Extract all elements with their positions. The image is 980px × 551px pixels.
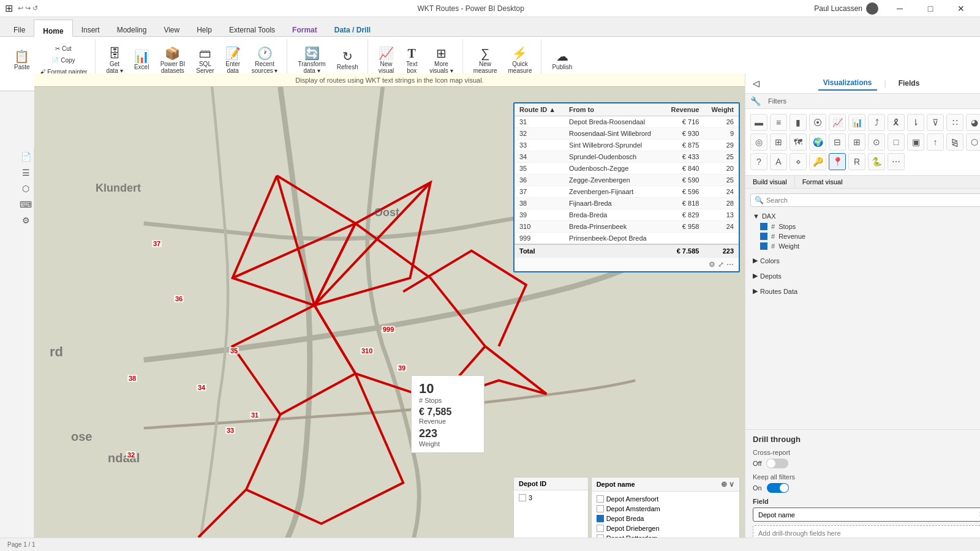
search-input[interactable] <box>764 197 980 204</box>
tab-help[interactable]: Help <box>188 19 221 36</box>
depot-amersfoort-item[interactable]: Depot Amersfoort <box>597 494 734 504</box>
transform-button[interactable]: 🔄 Transformdata ▾ <box>293 44 330 77</box>
more-visuals-button[interactable]: ⊞ Morevisuals ▾ <box>425 44 457 77</box>
more-table-icon[interactable]: ⋯ <box>726 260 734 269</box>
field-stops[interactable]: # Stops <box>750 222 980 231</box>
depot-id-checkbox-3[interactable] <box>519 494 526 501</box>
dax-header[interactable]: ▼ DAX <box>750 211 980 222</box>
smart-narrative-icon[interactable]: A <box>770 153 787 170</box>
depot-amsterdam-checkbox[interactable] <box>597 505 604 512</box>
maximize-button[interactable]: □ <box>916 0 944 17</box>
depot-breda-item[interactable]: Depot Breda <box>597 514 734 523</box>
tab-data-drill[interactable]: Data / Drill <box>326 19 379 36</box>
qna-icon[interactable]: ? <box>750 153 767 170</box>
gauge-icon[interactable]: ⊙ <box>868 133 885 151</box>
slicer-icon[interactable]: ⧎ <box>946 133 963 151</box>
keep-filters-toggle-track[interactable] <box>767 483 789 493</box>
sidebar-data-icon[interactable]: ☰ <box>18 165 33 180</box>
depot-name-expand-icon[interactable]: ⊕ <box>721 480 727 489</box>
filter-table-icon[interactable]: ⚙ <box>709 260 715 269</box>
close-button[interactable]: ✕ <box>947 0 975 17</box>
enter-data-button[interactable]: 📝 Enterdata <box>221 44 245 77</box>
tab-external-tools[interactable]: External Tools <box>221 19 284 36</box>
tab-format[interactable]: Format <box>284 19 326 36</box>
table-row[interactable]: 35 Oudenbosch-Zegge € 840 20 <box>514 163 739 174</box>
funnel-icon[interactable]: ⊽ <box>927 114 944 131</box>
depot-name-field-tag[interactable]: Depot name ✕ <box>753 508 980 522</box>
quick-measure-button[interactable]: ⚡ Quickmeasure <box>504 44 537 77</box>
tab-modeling[interactable]: Modeling <box>108 19 156 36</box>
new-measure-button[interactable]: ∑ Newmeasure <box>469 44 502 77</box>
r-visual-icon[interactable]: R <box>848 153 865 170</box>
tab-insert[interactable]: Insert <box>73 19 108 36</box>
text-box-button[interactable]: T Textbox <box>401 44 423 77</box>
depot-driebergen-checkbox[interactable] <box>597 525 604 532</box>
line-chart-icon[interactable]: 📈 <box>829 114 846 131</box>
colors-header[interactable]: ▶ Colors <box>750 255 980 266</box>
field-weight[interactable]: # Weight <box>750 241 980 251</box>
shape-map-icon[interactable]: ⬡ <box>966 133 980 151</box>
new-visual-button[interactable]: 📈 Newvisual <box>374 44 399 77</box>
depot-id-item-3[interactable]: 3 <box>519 493 583 503</box>
table-row[interactable]: 36 Zegge-Zevenbergen € 590 25 <box>514 174 739 186</box>
scatter-icon[interactable]: ∷ <box>946 114 963 131</box>
sql-server-button[interactable]: 🗃 SQLServer <box>192 44 218 77</box>
table-row[interactable]: 38 Fijnaart-Breda € 818 28 <box>514 198 739 209</box>
paste-button[interactable]: 📋 Paste <box>10 47 34 73</box>
table-icon[interactable]: ⊞ <box>848 133 865 151</box>
ribbon-chart-icon[interactable]: 🎗 <box>888 114 905 131</box>
more-icon[interactable]: ⋯ <box>888 153 905 170</box>
sidebar-settings-icon[interactable]: ⚙ <box>18 213 33 228</box>
tab-view[interactable]: View <box>155 19 188 36</box>
area-chart-icon[interactable]: 📊 <box>848 114 865 131</box>
sidebar-dax-icon[interactable]: ⌨ <box>18 197 33 212</box>
stacked-col-icon[interactable]: ▮ <box>790 114 807 131</box>
table-row[interactable]: 999 Prinsenbeek-Depot Breda <box>514 233 739 245</box>
table-row[interactable]: 34 Sprundel-Oudenbosch € 433 25 <box>514 151 739 163</box>
pie-icon[interactable]: ◕ <box>966 114 980 131</box>
get-data-button[interactable]: 🗄 Getdata ▾ <box>102 44 127 77</box>
table-row[interactable]: 39 Breda-Breda € 829 13 <box>514 209 739 221</box>
field-revenue-checkbox[interactable] <box>760 233 767 240</box>
excel-button[interactable]: 📊 Excel <box>130 47 154 73</box>
col-weight[interactable]: Weight <box>704 103 739 116</box>
python-icon[interactable]: 🐍 <box>868 153 885 170</box>
format-visual-tab[interactable]: Format visual <box>795 176 850 188</box>
publish-button[interactable]: ☁ Publish <box>548 47 576 73</box>
collapse-viz-icon[interactable]: ◁ <box>753 78 760 88</box>
depot-amersfoort-checkbox[interactable] <box>597 495 604 503</box>
fields-tab[interactable]: Fields <box>894 77 925 90</box>
clustered-bar-icon[interactable]: ≡ <box>770 114 787 131</box>
sidebar-report-icon[interactable]: 📄 <box>18 149 33 164</box>
key-influencers-icon[interactable]: 🔑 <box>809 153 826 170</box>
sidebar-model-icon[interactable]: ⬡ <box>18 181 33 196</box>
depot-driebergen-item[interactable]: Depot Driebergen <box>597 523 734 533</box>
tab-home[interactable]: Home <box>34 20 72 37</box>
build-visual-tab[interactable]: Build visual <box>745 176 795 188</box>
col-route-id[interactable]: Route ID ▲ <box>514 103 564 116</box>
table-row[interactable]: 33 Sint Willebrord-Sprundel € 875 29 <box>514 140 739 151</box>
card-icon[interactable]: □ <box>888 133 905 151</box>
multi-card-icon[interactable]: ▣ <box>907 133 924 151</box>
choropleth-icon[interactable]: 🌍 <box>809 133 826 151</box>
kpi-icon[interactable]: ↑ <box>927 133 944 151</box>
icon-map-icon[interactable]: 📍 <box>829 153 846 170</box>
field-revenue[interactable]: # Revenue <box>750 231 980 241</box>
cross-report-toggle-track[interactable] <box>766 459 788 468</box>
routes-data-header[interactable]: ▶ Routes Data <box>750 285 980 297</box>
refresh-button[interactable]: ↻ Refresh <box>333 47 363 73</box>
decomp-tree-icon[interactable]: ⋄ <box>790 153 807 170</box>
map-icon[interactable]: 🗺 <box>790 133 807 151</box>
waterfall-icon[interactable]: ⇂ <box>907 114 924 131</box>
cut-button[interactable]: ✂ Cut <box>37 43 91 54</box>
matrix-icon[interactable]: ⊟ <box>829 133 846 151</box>
field-stops-checkbox[interactable] <box>760 223 767 230</box>
recent-sources-button[interactable]: 🕐 Recentsources ▾ <box>247 44 282 77</box>
line-col-icon[interactable]: ⤴ <box>868 114 885 131</box>
filter-tab-viz[interactable]: Filters <box>766 96 789 106</box>
visualizations-tab[interactable]: Visualizations <box>818 76 877 91</box>
clustered-col-icon[interactable]: ⦿ <box>809 114 826 131</box>
col-revenue[interactable]: Revenue <box>663 103 704 116</box>
depots-header[interactable]: ▶ Depots <box>750 270 980 282</box>
field-weight-checkbox[interactable] <box>760 242 767 250</box>
